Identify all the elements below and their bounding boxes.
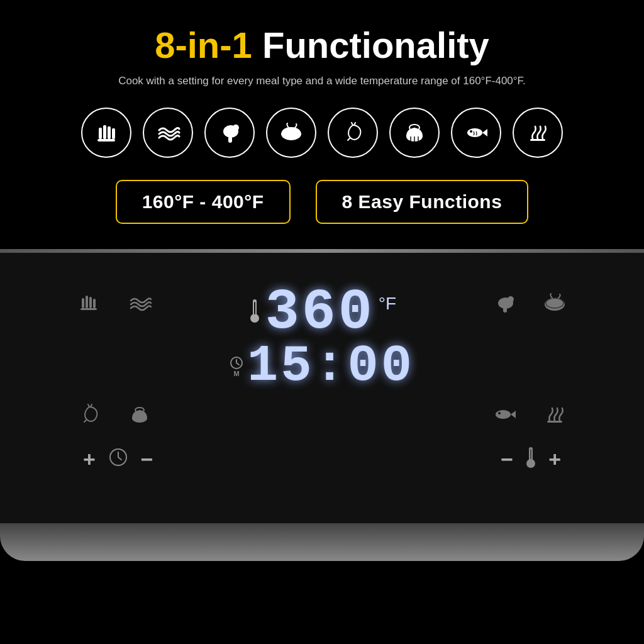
- panel-muffin-icon[interactable]: [121, 396, 158, 433]
- right-panel-icons: [486, 284, 574, 322]
- controls-bottom-row: + − − +: [58, 433, 586, 473]
- display-center: 360 °F M 15:00: [230, 284, 414, 392]
- panel-steak-icon[interactable]: [536, 284, 574, 322]
- top-panel-row: 360 °F M 15:00: [58, 284, 586, 392]
- fries-icon: [81, 108, 131, 158]
- panel-shrimp-icon[interactable]: [70, 396, 108, 433]
- svg-rect-2: [108, 126, 111, 139]
- steam-icon: [513, 108, 563, 158]
- panel-fries-icon[interactable]: [70, 284, 108, 322]
- svg-point-31: [496, 410, 511, 419]
- svg-point-36: [526, 459, 535, 468]
- svg-rect-0: [99, 128, 102, 139]
- clock-display-icon: M: [230, 356, 243, 377]
- main-title: 8-in-1 Functionality: [38, 25, 606, 65]
- food-icons-row: [38, 108, 606, 158]
- svg-rect-37: [530, 449, 531, 459]
- svg-point-21: [250, 314, 259, 323]
- time-plus-button[interactable]: +: [83, 447, 96, 472]
- subtitle: Cook with a setting for every meal type …: [38, 73, 606, 89]
- panel-fish-icon[interactable]: [486, 396, 523, 433]
- fish-icon: [451, 108, 501, 158]
- time-display: M 15:00: [230, 341, 414, 392]
- svg-rect-1: [103, 125, 106, 139]
- temp-plus-button[interactable]: +: [548, 447, 561, 472]
- temp-thermometer-icon: [526, 446, 536, 473]
- svg-rect-4: [97, 139, 115, 142]
- svg-rect-22: [254, 302, 255, 314]
- badges-row: 160°F - 400°F 8 Easy Functions: [38, 180, 606, 224]
- title-highlight: 8-in-1: [155, 25, 252, 65]
- panel-chicken-icon[interactable]: [486, 284, 523, 322]
- svg-point-26: [508, 296, 514, 303]
- svg-point-12: [467, 128, 482, 137]
- temperature-value: 360: [265, 284, 375, 341]
- steak-icon: [266, 108, 316, 158]
- svg-point-13: [470, 130, 472, 133]
- muffin-icon: [389, 108, 440, 158]
- temperature-display: 360 °F: [248, 284, 396, 341]
- control-panel: 360 °F M 15:00: [39, 272, 605, 492]
- svg-rect-25: [503, 307, 507, 313]
- time-value: 15:00: [247, 341, 414, 392]
- svg-rect-18: [93, 299, 96, 308]
- svg-rect-17: [89, 297, 92, 308]
- temperature-badge: 160°F - 400°F: [116, 180, 291, 224]
- thermometer-icon: [248, 297, 262, 329]
- svg-rect-6: [228, 136, 232, 143]
- functions-badge: 8 Easy Functions: [316, 180, 529, 224]
- svg-rect-16: [86, 296, 88, 308]
- svg-point-7: [233, 125, 239, 131]
- svg-point-32: [498, 412, 501, 414]
- left-panel-icons: [70, 284, 158, 322]
- time-clock-icon: [108, 447, 128, 472]
- time-controls: + −: [83, 447, 153, 472]
- bacon-icon: [143, 108, 193, 158]
- panel-bacon-icon[interactable]: [121, 284, 158, 322]
- panel-steam-icon[interactable]: [536, 396, 574, 433]
- svg-rect-19: [80, 308, 97, 310]
- chicken-icon: [204, 108, 255, 158]
- middle-icons-row: [58, 392, 586, 433]
- title-rest: Functionality: [252, 25, 489, 65]
- temp-minus-button[interactable]: −: [501, 447, 513, 472]
- top-section: 8-in-1 Functionality Cook with a setting…: [0, 0, 644, 243]
- svg-rect-15: [82, 298, 84, 308]
- time-minus-button[interactable]: −: [141, 447, 153, 472]
- svg-rect-33: [547, 421, 562, 423]
- bottom-chrome: [0, 523, 644, 561]
- svg-rect-3: [112, 128, 115, 139]
- temperature-unit: °F: [379, 294, 396, 314]
- shrimp-icon: [328, 108, 378, 158]
- temp-controls: − +: [501, 446, 561, 473]
- svg-rect-14: [530, 139, 545, 141]
- appliance-panel: 360 °F M 15:00: [0, 253, 644, 561]
